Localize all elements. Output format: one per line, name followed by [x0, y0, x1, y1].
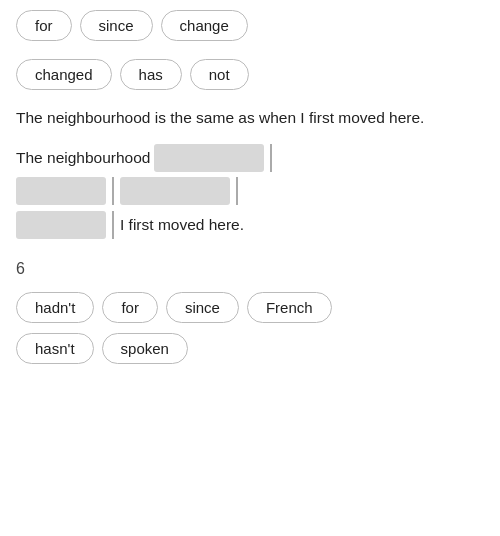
blank-2[interactable]	[16, 177, 106, 205]
bottom-chips-row2: hasn't spoken	[16, 333, 484, 374]
separator-4	[112, 211, 114, 239]
top-partial-chips: for since change	[16, 0, 484, 47]
chip-change-top[interactable]: change	[161, 10, 248, 41]
fill-row-3: I first moved here.	[16, 209, 484, 240]
blank-3[interactable]	[120, 177, 230, 205]
blank-1[interactable]	[154, 144, 264, 172]
sentence-display: The neighbourhood is the same as when I …	[16, 106, 484, 130]
fill-prefix: The neighbourhood	[16, 142, 150, 173]
chip-for-top[interactable]: for	[16, 10, 72, 41]
fill-area: The neighbourhood I first moved here.	[16, 142, 484, 240]
chip-hasnt[interactable]: hasn't	[16, 333, 94, 364]
chip-for-bot[interactable]: for	[102, 292, 158, 323]
fill-row-1: The neighbourhood	[16, 142, 484, 173]
chip-french[interactable]: French	[247, 292, 332, 323]
chip-not[interactable]: not	[190, 59, 249, 90]
middle-chips-row: changed has not	[16, 47, 484, 100]
separator-1	[270, 144, 272, 172]
blank-4[interactable]	[16, 211, 106, 239]
chip-since-bot[interactable]: since	[166, 292, 239, 323]
separator-2	[112, 177, 114, 205]
chip-spoken[interactable]: spoken	[102, 333, 188, 364]
chip-since-top[interactable]: since	[80, 10, 153, 41]
chip-changed[interactable]: changed	[16, 59, 112, 90]
section-number: 6	[16, 260, 484, 278]
fill-row-2	[16, 177, 484, 205]
chip-has[interactable]: has	[120, 59, 182, 90]
fill-suffix: I first moved here.	[120, 209, 244, 240]
bottom-chips-row1: hadn't for since French	[16, 292, 484, 333]
separator-3	[236, 177, 238, 205]
chip-hadnt[interactable]: hadn't	[16, 292, 94, 323]
